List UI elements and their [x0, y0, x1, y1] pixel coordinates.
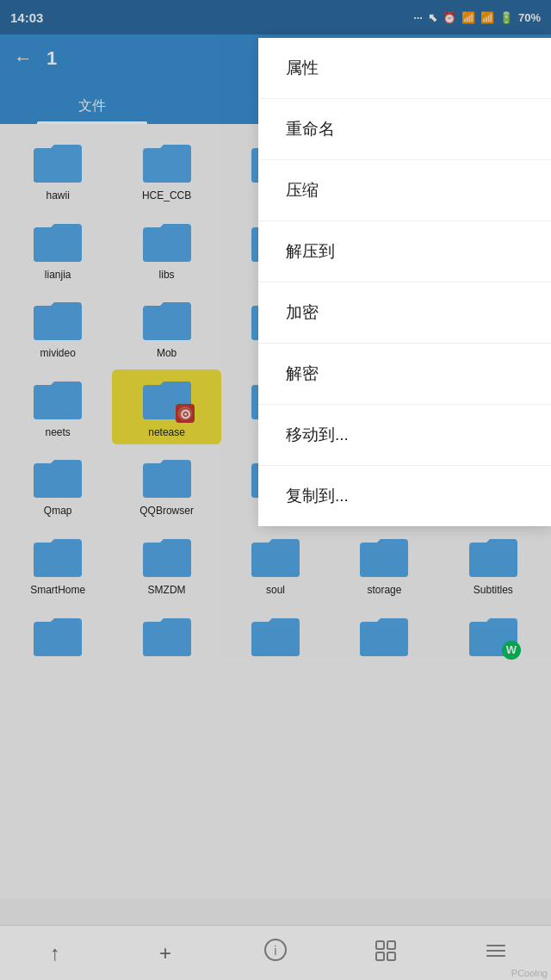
- watermark: PCoolng: [511, 968, 548, 978]
- context-menu-item[interactable]: 解压到: [258, 221, 551, 282]
- context-menu-item[interactable]: 属性: [258, 38, 551, 99]
- context-menu-item[interactable]: 加密: [258, 282, 551, 344]
- context-menu: 属性重命名压缩解压到加密解密移动到...复制到...: [258, 38, 551, 526]
- context-menu-item[interactable]: 解密: [258, 344, 551, 405]
- context-menu-item[interactable]: 压缩: [258, 160, 551, 221]
- context-menu-item[interactable]: 复制到...: [258, 466, 551, 526]
- context-menu-item[interactable]: 重命名: [258, 99, 551, 160]
- context-menu-item[interactable]: 移动到...: [258, 405, 551, 466]
